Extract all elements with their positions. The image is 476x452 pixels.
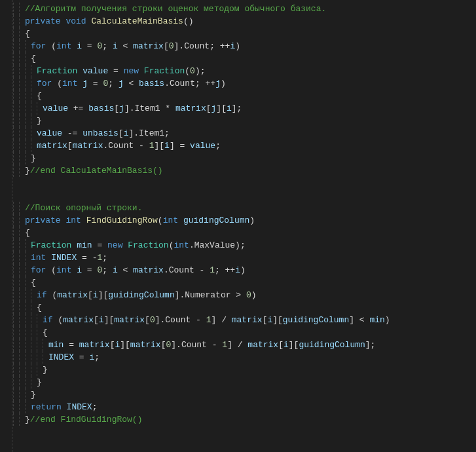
token-plain: ) xyxy=(221,79,226,88)
token-number: 1 xyxy=(206,315,211,325)
code-editor[interactable]: //Алгоритм получения строки оценок метод… xyxy=(0,0,476,452)
code-line[interactable]: { xyxy=(13,301,476,314)
code-line[interactable]: min = matrix[i][matrix[0].Count - 1] / m… xyxy=(13,339,476,351)
token-keyword: int xyxy=(56,265,77,275)
code-line[interactable]: { xyxy=(13,276,476,289)
code-line[interactable]: matrix[matrix.Count - 1][i] = value; xyxy=(13,140,476,152)
token-keyword: for xyxy=(31,265,51,275)
token-keyword: int xyxy=(62,79,82,88)
token-keyword: for xyxy=(37,79,57,88)
indent-guide xyxy=(13,351,19,364)
token-comment: //end CalculateMainBasis() xyxy=(30,166,163,176)
token-number: 1 xyxy=(222,340,227,350)
token-identifier: matrix xyxy=(73,141,103,151)
token-plain: .Count; ++ xyxy=(164,79,215,88)
code-line[interactable]: } xyxy=(13,115,476,127)
indent-guide xyxy=(37,351,43,364)
indent-guide xyxy=(31,77,37,90)
indent-guide xyxy=(37,339,43,351)
token-plain: ] < xyxy=(349,315,369,325)
indent-guide xyxy=(19,252,25,264)
code-line[interactable]: } xyxy=(13,152,476,164)
token-type: Fraction xyxy=(144,66,185,76)
code-line[interactable]: { xyxy=(13,227,476,239)
code-line[interactable]: Fraction value = new Fraction(0); xyxy=(13,65,476,77)
token-identifier: i xyxy=(113,265,118,275)
code-line[interactable]: Fraction min = new Fraction(int.MaxValue… xyxy=(13,239,476,252)
indent-guide xyxy=(13,227,19,239)
code-line[interactable]: } xyxy=(13,364,476,376)
token-plain: [ xyxy=(206,104,211,113)
token-plain: ( xyxy=(57,79,62,88)
code-line[interactable]: for (int i = 0; i < matrix[0].Count; ++i… xyxy=(13,40,476,52)
token-plain: { xyxy=(25,29,30,39)
code-line[interactable]: if (matrix[i][matrix[0].Count - 1] / mat… xyxy=(13,314,476,326)
token-plain: ) xyxy=(385,315,390,325)
code-line[interactable] xyxy=(13,189,476,202)
indent-guide xyxy=(19,376,25,388)
indent-guide xyxy=(13,28,19,40)
indent-guide xyxy=(25,77,31,90)
code-line[interactable]: return INDEX; xyxy=(13,401,476,413)
token-plain: ] = xyxy=(170,141,190,151)
code-line[interactable]: INDEX = i; xyxy=(13,351,476,364)
indent-guide xyxy=(25,252,31,264)
indent-guide xyxy=(25,388,31,401)
code-area[interactable]: //Алгоритм получения строки оценок метод… xyxy=(13,0,476,452)
token-keyword: new xyxy=(124,66,144,76)
token-identifier: matrix xyxy=(57,290,88,300)
code-line[interactable]: if (matrix[i][guidingColumn].Numerator >… xyxy=(13,289,476,301)
token-identifier: i xyxy=(77,265,82,275)
token-plain: [ xyxy=(278,340,284,350)
indent-guide xyxy=(19,401,25,413)
code-line[interactable]: { xyxy=(13,28,476,40)
token-identifier: guidingColumn xyxy=(183,216,249,225)
token-identifier: guidingColumn xyxy=(299,340,365,350)
token-identifier: matrix xyxy=(79,340,110,350)
indent-guide xyxy=(25,364,31,376)
indent-guide xyxy=(31,127,37,140)
code-line[interactable]: value -= unbasis[i].Item1; xyxy=(13,127,476,140)
indent-guide xyxy=(31,301,37,314)
token-plain: ][ xyxy=(120,340,130,350)
token-identifier: i xyxy=(235,265,240,275)
code-line[interactable]: private int FindGuidingRow(int guidingCo… xyxy=(13,214,476,227)
code-line[interactable]: }//end FindGuidingRow() xyxy=(13,413,476,426)
token-plain: ].Item1 * xyxy=(124,104,175,113)
code-line[interactable]: } xyxy=(13,376,476,388)
token-plain: } xyxy=(31,390,36,400)
indent-guide xyxy=(13,127,19,140)
code-line[interactable]: { xyxy=(13,52,476,65)
code-line[interactable]: } xyxy=(13,388,476,401)
token-plain: } xyxy=(37,377,42,387)
indent-guide xyxy=(13,264,19,276)
code-line[interactable]: private void CalculateMainBasis() xyxy=(13,15,476,28)
token-identifier: value xyxy=(37,128,62,138)
token-plain: ( xyxy=(51,41,56,51)
token-keyword: return xyxy=(31,402,67,412)
token-plain: ; xyxy=(215,141,221,151)
code-line[interactable] xyxy=(13,177,476,189)
token-identifier: matrix xyxy=(114,315,145,325)
code-line[interactable]: { xyxy=(13,326,476,339)
code-line[interactable]: for (int i = 0; i < matrix.Count - 1; ++… xyxy=(13,264,476,276)
indent-guide xyxy=(13,301,19,314)
code-line[interactable]: value += basis[j].Item1 * matrix[j][i]; xyxy=(13,102,476,115)
code-line[interactable]: { xyxy=(13,90,476,102)
indent-guide xyxy=(25,351,31,364)
token-keyword: int xyxy=(174,240,189,250)
indent-guide xyxy=(25,376,31,388)
token-identifier: matrix xyxy=(175,104,206,113)
token-plain: } xyxy=(37,116,42,126)
indent-guide xyxy=(37,102,43,115)
token-plain: ) xyxy=(249,216,255,225)
code-line[interactable]: }//end CalculateMainBasis() xyxy=(13,164,476,177)
token-plain: } xyxy=(25,166,30,176)
indent-guide xyxy=(19,351,25,364)
code-line[interactable]: int INDEX = -1; xyxy=(13,252,476,264)
code-line[interactable]: //Алгоритм получения строки оценок метод… xyxy=(13,3,476,15)
code-line[interactable]: //Поиск опорный строки. xyxy=(13,202,476,214)
code-line[interactable]: for (int j = 0; j < basis.Count; ++j) xyxy=(13,77,476,90)
token-plain: ]; xyxy=(232,104,242,113)
token-identifier: matrix xyxy=(232,315,263,325)
